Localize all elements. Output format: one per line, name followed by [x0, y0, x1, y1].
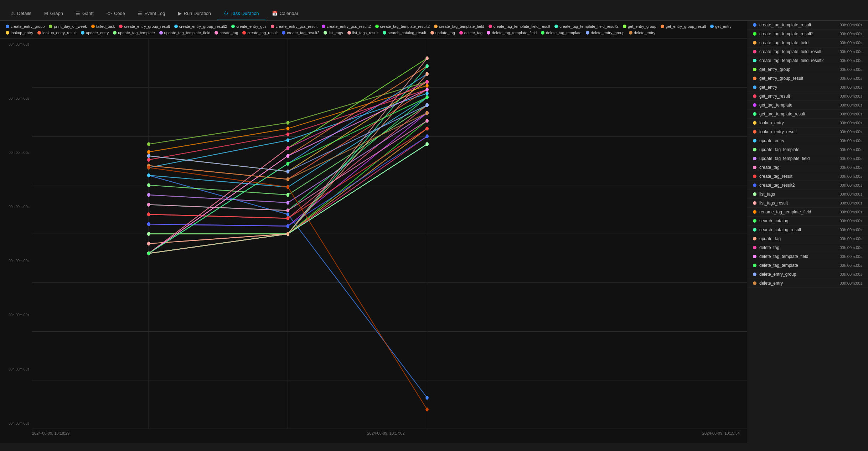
sidebar-task-row[interactable]: search_catalog 00h:00m:00s — [747, 217, 868, 225]
legend-item-get_entry_group_result[interactable]: get_entry_group_result — [661, 24, 706, 28]
chart-dot[interactable] — [425, 84, 428, 88]
sidebar-task-row[interactable]: update_tag 00h:00m:00s — [747, 234, 868, 243]
tab-gantt[interactable]: ☰Gantt — [69, 7, 100, 20]
legend-item-failed_task[interactable]: failed_task — [91, 24, 115, 28]
legend-item-create_tag_result[interactable]: create_tag_result — [242, 31, 278, 35]
legend-item-list_tags[interactable]: list_tags — [324, 31, 343, 35]
legend-item-get_entry_group[interactable]: get_entry_group — [623, 24, 656, 28]
legend-item-create_tag_template_result2[interactable]: create_tag_template_result2 — [375, 24, 430, 28]
sidebar-task-row[interactable]: lookup_entry 00h:00m:00s — [747, 119, 868, 128]
sidebar-task-row[interactable]: get_tag_template 00h:00m:00s — [747, 101, 868, 110]
sidebar-task-row[interactable]: create_tag_result2 00h:00m:00s — [747, 181, 868, 190]
tab-run-duration[interactable]: ▶Run Duration — [172, 7, 218, 20]
sidebar-task-row[interactable]: delete_tag_template 00h:00m:00s — [747, 261, 868, 270]
chart-dot[interactable] — [147, 232, 150, 236]
chart-dot[interactable] — [286, 162, 289, 166]
legend-item-create_entry_group_result[interactable]: create_entry_group_result — [119, 24, 170, 28]
tab-event-log[interactable]: ☰Event Log — [131, 7, 172, 20]
tab-details[interactable]: ⚠Details — [4, 7, 38, 20]
legend-item-create_entry_gcs_result2[interactable]: create_entry_gcs_result2 — [322, 24, 371, 28]
legend-item-delete_tag_template_field[interactable]: delete_tag_template_field — [487, 31, 537, 35]
chart-dot[interactable] — [425, 80, 428, 84]
sidebar-task-row[interactable]: create_tag_template_result2 00h:00m:00s — [747, 30, 868, 38]
legend-item-create_tag_template_field_result[interactable]: create_tag_template_field_result — [489, 24, 551, 28]
sidebar-task-row[interactable]: delete_tag_template_field 00h:00m:00s — [747, 252, 868, 261]
sidebar-task-row[interactable]: get_entry_result 00h:00m:00s — [747, 92, 868, 101]
chart-dot[interactable] — [425, 64, 428, 68]
sidebar-task-row[interactable]: delete_tag 00h:00m:00s — [747, 243, 868, 252]
chart-dot[interactable] — [286, 133, 289, 136]
chart-dot[interactable] — [286, 185, 289, 189]
chart-dot[interactable] — [286, 170, 289, 173]
legend-item-list_tags_result[interactable]: list_tags_result — [347, 31, 378, 35]
chart-dot[interactable] — [147, 222, 150, 226]
chart-dot[interactable] — [147, 212, 150, 216]
chart-dot[interactable] — [425, 119, 428, 123]
sidebar-task-row[interactable]: create_tag_result 00h:00m:00s — [747, 172, 868, 181]
legend-item-update_tag[interactable]: update_tag — [430, 31, 455, 35]
legend-item-create_entry_gcs_result[interactable]: create_entry_gcs_result — [271, 24, 317, 28]
chart-dot[interactable] — [286, 146, 289, 150]
chart-dot[interactable] — [425, 396, 428, 400]
chart-dot[interactable] — [425, 142, 428, 146]
chart-dot[interactable] — [147, 252, 150, 255]
chart-dot[interactable] — [425, 408, 428, 411]
legend-item-lookup_entry_result[interactable]: lookup_entry_result — [37, 31, 77, 35]
sidebar-task-row[interactable]: delete_entry_group 00h:00m:00s — [747, 270, 868, 279]
legend-item-create_tag[interactable]: create_tag — [215, 31, 238, 35]
chart-dot[interactable] — [147, 242, 150, 245]
legend-item-create_entry_gcs[interactable]: create_entry_gcs — [231, 24, 266, 28]
chart-dot[interactable] — [286, 126, 289, 130]
sidebar-task-row[interactable]: update_tag_template 00h:00m:00s — [747, 145, 868, 154]
sidebar-task-row[interactable]: update_entry 00h:00m:00s — [747, 136, 868, 145]
chart-dot[interactable] — [286, 138, 289, 142]
legend-item-delete_tag_template[interactable]: delete_tag_template — [541, 31, 582, 35]
legend-item-delete_entry_group[interactable]: delete_entry_group — [586, 31, 625, 35]
chart-dot[interactable] — [147, 166, 150, 170]
legend-item-create_entry_group[interactable]: create_entry_group — [6, 24, 45, 28]
chart-dot[interactable] — [286, 232, 289, 236]
chart-dot[interactable] — [425, 95, 428, 99]
sidebar-task-row[interactable]: get_tag_template_result 00h:00m:00s — [747, 110, 868, 119]
tab-code[interactable]: <>Code — [100, 7, 131, 20]
legend-item-get_entry[interactable]: get_entry — [710, 24, 732, 28]
legend-item-update_entry[interactable]: update_entry — [81, 31, 109, 35]
legend-item-delete_tag[interactable]: delete_tag — [459, 31, 482, 35]
chart-dot[interactable] — [286, 177, 289, 181]
legend-item-create_tag_template_field[interactable]: create_tag_template_field — [434, 24, 484, 28]
tab-calendar[interactable]: 📅Calendar — [265, 7, 305, 20]
chart-dot[interactable] — [425, 88, 428, 92]
sidebar-task-row[interactable]: get_entry 00h:00m:00s — [747, 83, 868, 92]
sidebar-task-row[interactable]: create_tag_template_field 00h:00m:00s — [747, 38, 868, 47]
chart-dot[interactable] — [425, 92, 428, 95]
chart-dot[interactable] — [286, 224, 289, 228]
chart-dot[interactable] — [147, 154, 150, 158]
sidebar-task-row[interactable]: create_tag_template_field_result2 00h:00… — [747, 56, 868, 65]
sidebar-task-row[interactable]: rename_tag_template_field 00h:00m:00s — [747, 208, 868, 217]
chart-dot[interactable] — [147, 173, 150, 177]
chart-dot[interactable] — [425, 72, 428, 76]
legend-item-create_entry_group_result2[interactable]: create_entry_group_result2 — [174, 24, 227, 28]
chart-dot[interactable] — [147, 193, 150, 197]
legend-item-update_tag_template[interactable]: update_tag_template — [113, 31, 155, 35]
sidebar-task-row[interactable]: create_tag_template_result 00h:00m:00s — [747, 21, 868, 30]
chart-dot[interactable] — [286, 121, 289, 125]
sidebar-task-row[interactable]: search_catalog_result 00h:00m:00s — [747, 225, 868, 234]
sidebar-task-row[interactable]: create_tag_template_field_result 00h:00m… — [747, 47, 868, 56]
chart-dot[interactable] — [147, 158, 150, 162]
chart-dot[interactable] — [147, 203, 150, 207]
chart-dot[interactable] — [425, 103, 428, 107]
chart-dot[interactable] — [425, 56, 428, 60]
sidebar-task-row[interactable]: lookup_entry_result 00h:00m:00s — [747, 128, 868, 136]
tab-task-duration[interactable]: ⏱Task Duration — [217, 7, 265, 20]
legend-item-create_tag_result2[interactable]: create_tag_result2 — [282, 31, 319, 35]
sidebar-task-row[interactable]: get_entry_group_result 00h:00m:00s — [747, 74, 868, 83]
sidebar-task-row[interactable]: update_tag_template_field 00h:00m:00s — [747, 154, 868, 163]
tab-graph[interactable]: ⊞Graph — [38, 7, 69, 20]
chart-dot[interactable] — [286, 216, 289, 220]
legend-item-create_tag_template_field_result2[interactable]: create_tag_template_field_result2 — [554, 24, 619, 28]
chart-dot[interactable] — [286, 208, 289, 212]
chart-dot[interactable] — [286, 154, 289, 158]
chart-dot[interactable] — [286, 212, 289, 216]
chart-dot[interactable] — [286, 193, 289, 197]
